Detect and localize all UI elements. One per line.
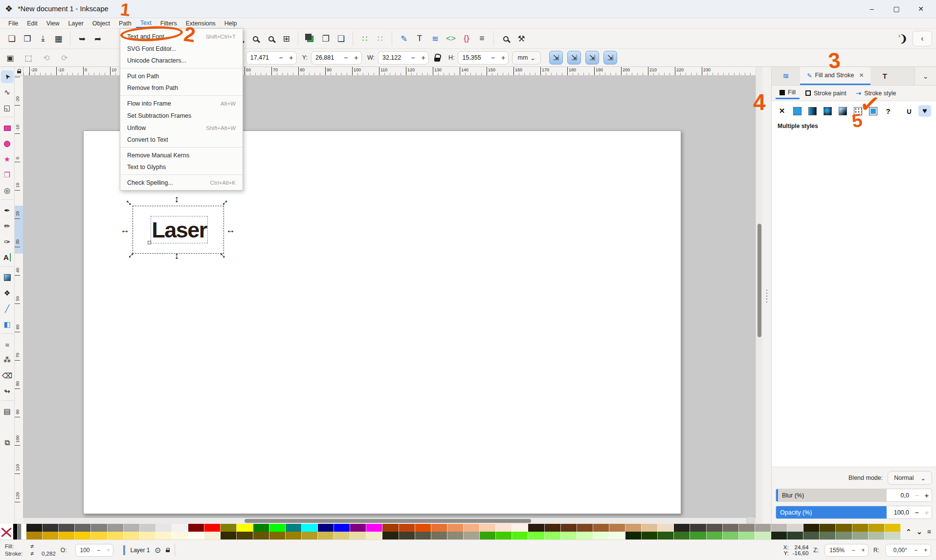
zoom-input[interactable]: 155%: [825, 547, 848, 554]
palette-swatch[interactable]: [561, 524, 577, 532]
palette-swatch[interactable]: [334, 532, 350, 539]
divider-grip-icon[interactable]: [766, 289, 768, 304]
height-minus-button[interactable]: −: [488, 54, 498, 62]
lock-ratio-icon[interactable]: [434, 54, 441, 62]
palette-swatch[interactable]: [836, 524, 852, 532]
lock-icon[interactable]: [17, 69, 21, 73]
palette-swatch[interactable]: [528, 532, 544, 539]
palette-swatch[interactable]: [593, 524, 609, 532]
palette-swatch[interactable]: [869, 532, 885, 539]
object-opacity-input[interactable]: 100: [76, 547, 93, 554]
palette-swatch[interactable]: [318, 532, 334, 539]
rotation-plus-button[interactable]: +: [921, 547, 931, 554]
paint-pattern-button[interactable]: [837, 106, 848, 116]
unlink-clone-icon[interactable]: ❑: [334, 31, 353, 46]
mesh-gradient-tool[interactable]: ❖: [1, 287, 14, 300]
palette-swatch[interactable]: [609, 524, 625, 532]
palette-swatch[interactable]: [302, 524, 318, 532]
menubar-item[interactable]: Extensions: [181, 20, 220, 27]
palette-swatch[interactable]: [382, 524, 399, 532]
select-all-icon[interactable]: ▣: [3, 51, 18, 65]
zoom-page-icon[interactable]: [263, 31, 279, 46]
palette-swatch[interactable]: [26, 524, 43, 532]
palette-swatch[interactable]: [415, 524, 431, 532]
menu-item-unflow[interactable]: Unflow Shift+Alt+W: [120, 122, 243, 134]
palette-swatch[interactable]: [512, 524, 528, 532]
palette-swatch[interactable]: [22, 524, 26, 539]
palette-swatch[interactable]: [512, 532, 528, 539]
palette-swatch[interactable]: [787, 524, 803, 532]
palette-swatch[interactable]: [464, 532, 480, 539]
palette-swatch[interactable]: [75, 532, 91, 539]
palette-swatch[interactable]: [26, 532, 43, 539]
text-dialog-icon[interactable]: T: [412, 31, 427, 46]
palette-scroll-down-icon[interactable]: ⌄: [916, 528, 922, 536]
palette-swatch[interactable]: [723, 532, 739, 539]
palette-swatch[interactable]: [43, 532, 59, 539]
y-plus-button[interactable]: +: [351, 54, 361, 62]
palette-swatch[interactable]: [625, 524, 642, 532]
menu-item-text-to-glyphs[interactable]: Text to Glyphs: [120, 161, 243, 175]
clone-icon[interactable]: ❐: [318, 31, 334, 46]
palette-swatch[interactable]: [286, 524, 302, 532]
palette-swatch[interactable]: [869, 524, 885, 532]
menu-item-check-spelling[interactable]: Check Spelling... Ctrl+Alt+K: [120, 176, 243, 189]
palette-swatch[interactable]: [496, 524, 512, 532]
menu-item-convert-to-text[interactable]: Convert to Text: [120, 134, 243, 148]
zoom-tool[interactable]: [1, 421, 14, 433]
horizontal-scrollbar[interactable]: [23, 518, 753, 524]
palette-swatch[interactable]: [59, 524, 75, 532]
palette-swatch[interactable]: [609, 532, 625, 539]
snap-toggle-icon[interactable]: ❩: [899, 33, 908, 44]
menu-item-flow-into-frame[interactable]: Flow into Frame Alt+W: [120, 97, 243, 109]
paint-none-button[interactable]: ✕: [777, 106, 787, 116]
palette-swatch[interactable]: [237, 532, 253, 539]
palette-swatch[interactable]: [593, 532, 609, 539]
palette-swatch[interactable]: [399, 524, 415, 532]
dropper-tool[interactable]: ╱: [1, 302, 14, 315]
zoom-plus-button[interactable]: +: [858, 547, 868, 554]
palette-swatch[interactable]: [723, 524, 739, 532]
palette-swatch[interactable]: [820, 524, 836, 532]
height-input[interactable]: 15,355: [458, 54, 488, 61]
zoom-minus-button[interactable]: −: [848, 547, 858, 554]
xml-editor-icon[interactable]: <>: [443, 31, 459, 46]
palette-swatch[interactable]: [172, 532, 188, 539]
text-object-box[interactable]: Laser: [151, 216, 208, 243]
align-distribute-icon[interactable]: ≡: [474, 31, 494, 46]
palette-swatch[interactable]: [787, 532, 803, 539]
opacity-plus-button[interactable]: +: [922, 508, 932, 517]
palette-swatch[interactable]: [43, 524, 59, 532]
fill-stroke-dialog-icon[interactable]: ✎: [396, 31, 412, 46]
blend-mode-dropdown[interactable]: Normal ⌄: [888, 471, 932, 485]
opacity-value[interactable]: 100,0: [887, 509, 912, 516]
palette-swatch[interactable]: [642, 524, 658, 532]
palette-swatch[interactable]: [269, 524, 286, 532]
palette-swatch[interactable]: [108, 524, 124, 532]
menubar-item[interactable]: Edit: [22, 20, 42, 27]
palette-swatch[interactable]: [302, 532, 318, 539]
menu-item-remove-from-path[interactable]: Remove from Path: [120, 82, 243, 96]
fill-rule-evenodd-button[interactable]: ∪: [903, 105, 915, 117]
palette-swatch[interactable]: [820, 532, 836, 539]
palette-swatch[interactable]: [334, 524, 350, 532]
palette-swatch[interactable]: [366, 524, 382, 532]
pages-tool[interactable]: ⧉: [1, 436, 14, 449]
menu-item-unicode-characters[interactable]: Unicode Characters...: [120, 55, 243, 68]
palette-scroll-up-icon[interactable]: ⌃: [906, 528, 912, 536]
eraser-tool[interactable]: ⌫: [1, 369, 14, 382]
palette-swatch[interactable]: [108, 532, 124, 539]
ellipse-tool[interactable]: [1, 137, 14, 150]
subtab-stroke-paint[interactable]: Stroke paint: [802, 88, 850, 99]
palette-none-swatch[interactable]: [0, 524, 13, 539]
paint-swatch-button[interactable]: [868, 106, 878, 116]
paint-flat-button[interactable]: [792, 106, 802, 116]
palette-swatch[interactable]: [528, 524, 544, 532]
y-minus-button[interactable]: −: [341, 54, 351, 62]
palette-swatch[interactable]: [75, 524, 91, 532]
opacity-plus-button[interactable]: +: [103, 547, 113, 554]
close-tab-icon[interactable]: ✕: [859, 72, 864, 79]
palette-swatch[interactable]: [852, 532, 869, 539]
minimize-button[interactable]: –: [867, 5, 877, 13]
layer-visibility-icon[interactable]: ⊙: [155, 546, 161, 555]
